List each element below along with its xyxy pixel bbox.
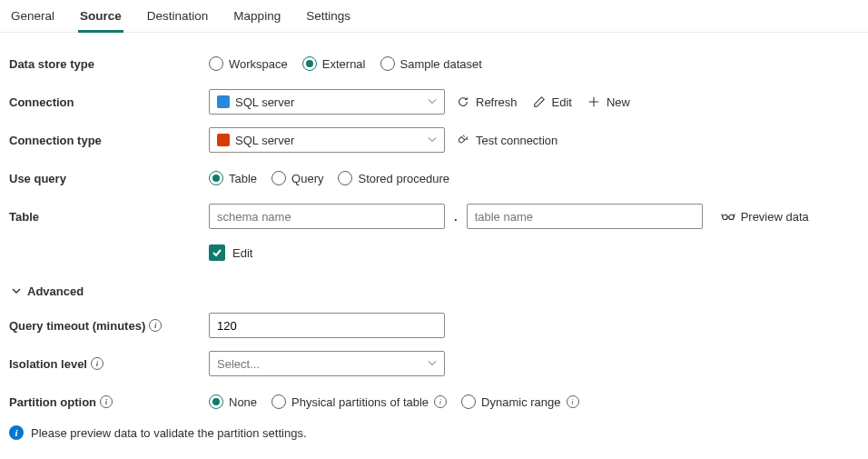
sql-server-icon <box>217 95 230 108</box>
svg-point-0 <box>722 215 726 219</box>
schema-name-input[interactable] <box>209 204 445 229</box>
refresh-icon <box>456 95 470 109</box>
radio-workspace[interactable]: Workspace <box>209 56 288 71</box>
advanced-toggle[interactable]: Advanced <box>9 284 859 298</box>
test-connection-button[interactable]: Test connection <box>452 133 561 147</box>
label-data-store-type: Data store type <box>9 57 209 71</box>
info-icon[interactable]: i <box>91 357 104 370</box>
radio-partition-physical[interactable]: Physical partitions of table i <box>271 394 447 409</box>
query-timeout-input[interactable] <box>209 313 445 338</box>
edit-connection-button[interactable]: Edit <box>528 95 576 109</box>
info-icon[interactable]: i <box>100 395 113 408</box>
radio-sample-dataset[interactable]: Sample dataset <box>380 56 482 71</box>
info-icon[interactable]: i <box>434 395 447 408</box>
refresh-button[interactable]: Refresh <box>452 95 521 109</box>
radio-stored-procedure[interactable]: Stored procedure <box>338 171 449 185</box>
radio-partition-none[interactable]: None <box>209 394 257 409</box>
chevron-down-icon <box>428 95 437 109</box>
edit-checkbox-label: Edit <box>232 246 252 260</box>
tab-mapping[interactable]: Mapping <box>232 5 282 33</box>
chevron-down-icon <box>428 357 437 371</box>
table-name-input[interactable] <box>467 204 703 229</box>
info-icon[interactable]: i <box>567 395 579 408</box>
sql-server-type-icon <box>217 134 230 146</box>
svg-point-1 <box>729 215 734 219</box>
partition-option-group: None Physical partitions of table i Dyna… <box>209 394 859 409</box>
data-store-type-group: Workspace External Sample dataset <box>209 56 859 71</box>
tab-bar: General Source Destination Mapping Setti… <box>0 0 868 33</box>
plus-icon <box>587 95 601 109</box>
radio-external[interactable]: External <box>302 56 366 71</box>
label-partition-option: Partition option i <box>9 395 209 409</box>
tab-destination[interactable]: Destination <box>145 5 211 33</box>
glasses-icon <box>721 209 735 224</box>
radio-query[interactable]: Query <box>271 171 323 185</box>
pencil-icon <box>532 95 547 109</box>
plug-icon <box>456 133 470 147</box>
label-isolation-level: Isolation level i <box>9 357 209 371</box>
dot-separator: . <box>454 210 458 224</box>
chevron-down-icon <box>428 134 437 147</box>
label-table: Table <box>9 210 209 224</box>
new-connection-button[interactable]: New <box>583 95 634 109</box>
radio-partition-dynamic[interactable]: Dynamic range i <box>461 394 578 409</box>
info-icon[interactable]: i <box>149 319 162 332</box>
partition-info-message: i Please preview data to validate the pa… <box>9 425 859 440</box>
use-query-group: Table Query Stored procedure <box>209 171 859 185</box>
label-connection-type: Connection type <box>9 134 209 147</box>
edit-checkbox[interactable] <box>209 244 225 261</box>
source-form: Data store type Workspace External Sampl… <box>0 33 868 459</box>
preview-data-button[interactable]: Preview data <box>717 209 813 224</box>
label-query-timeout: Query timeout (minutes) i <box>9 319 209 333</box>
tab-general[interactable]: General <box>9 5 56 33</box>
isolation-level-select[interactable]: Select... <box>209 351 445 376</box>
tab-settings[interactable]: Settings <box>304 5 352 33</box>
label-use-query: Use query <box>9 172 209 185</box>
connection-select[interactable]: SQL server <box>209 89 445 115</box>
connection-type-select[interactable]: SQL server <box>209 127 445 153</box>
chevron-down-icon <box>9 284 24 298</box>
radio-table[interactable]: Table <box>209 171 257 185</box>
tab-source[interactable]: Source <box>78 5 123 33</box>
label-connection: Connection <box>9 95 209 109</box>
info-badge-icon: i <box>9 425 24 440</box>
